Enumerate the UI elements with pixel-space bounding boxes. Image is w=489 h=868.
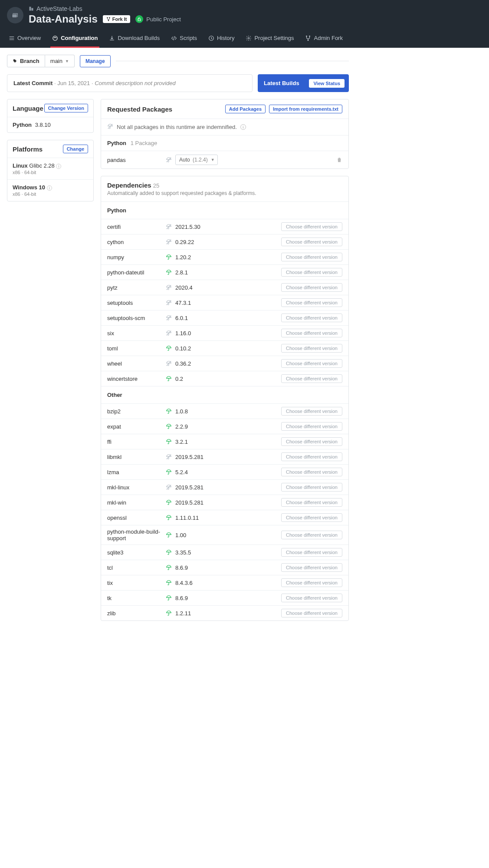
dependency-version: 2.8.1: [175, 269, 188, 276]
info-icon[interactable]: i: [56, 164, 61, 169]
version-selector[interactable]: Auto (1.2.4) ▼: [175, 155, 218, 165]
dependency-version: 6.0.1: [175, 315, 188, 321]
tab-settings[interactable]: Project Settings: [244, 30, 295, 48]
choose-version-button[interactable]: Choose different version: [281, 498, 342, 507]
choose-version-button[interactable]: Choose different version: [281, 359, 342, 368]
dependency-version: 1.16.0: [175, 330, 191, 337]
umbrella-off-icon: [166, 315, 175, 321]
tab-label: Project Settings: [254, 35, 294, 41]
choose-version-button[interactable]: Choose different version: [281, 268, 342, 277]
choose-version-button[interactable]: Choose different version: [281, 452, 342, 461]
delete-package-button[interactable]: [336, 157, 342, 163]
tab-history[interactable]: History: [207, 30, 236, 48]
choose-version-button[interactable]: Choose different version: [281, 314, 342, 322]
platform-name: Linux: [13, 162, 28, 169]
dependency-version: 1.20.2: [175, 254, 191, 261]
info-icon[interactable]: i: [240, 124, 246, 130]
dependency-version: 8.4.3.6: [175, 580, 193, 586]
choose-version-button[interactable]: Choose different version: [281, 344, 342, 353]
dependency-version: 0.36.2: [175, 360, 191, 367]
info-icon[interactable]: i: [47, 185, 52, 191]
dependency-name: expat: [107, 423, 166, 430]
choose-version-button[interactable]: Choose different version: [281, 578, 342, 587]
choose-version-button[interactable]: Choose different version: [281, 253, 342, 261]
tab-label: Overview: [17, 35, 41, 41]
org-icon: [29, 6, 34, 11]
chevron-down-icon: ▼: [65, 59, 69, 63]
choose-version-button[interactable]: Choose different version: [281, 422, 342, 431]
tab-admin[interactable]: Admin Fork: [303, 30, 344, 48]
import-requirements-button[interactable]: Import from requirements.txt: [269, 105, 342, 113]
choose-version-button[interactable]: Choose different version: [281, 468, 342, 476]
manage-branch-button[interactable]: Manage: [80, 55, 111, 67]
dependency-row: python-module-build-support1.00Choose di…: [101, 525, 348, 545]
choose-version-button[interactable]: Choose different version: [281, 238, 342, 246]
dependency-version: 2020.4: [175, 284, 193, 291]
dependency-version: 1.0.8: [175, 408, 188, 415]
umbrella-icon: [166, 610, 175, 616]
platform-row: Windows 10 ix86 · 64-bit: [7, 179, 93, 201]
branch-selector[interactable]: main ▼: [45, 55, 75, 67]
choose-version-button[interactable]: Choose different version: [281, 609, 342, 617]
dependency-name: zlib: [107, 610, 166, 617]
tab-download[interactable]: Download Builds: [107, 30, 161, 48]
dependency-row: expat2.2.9Choose different version: [101, 419, 348, 434]
dependency-row: lzma5.2.4Choose different version: [101, 464, 348, 479]
choose-version-button[interactable]: Choose different version: [281, 548, 342, 557]
add-packages-button[interactable]: Add Packages: [225, 105, 266, 113]
requested-packages-panel: Requested Packages Add Packages Import f…: [101, 99, 349, 169]
latest-builds-box: Latest Builds View Status: [258, 74, 349, 92]
dependency-name: mkl-win: [107, 499, 166, 506]
dependency-version: 2019.5.281: [175, 454, 203, 460]
choose-version-button[interactable]: Choose different version: [281, 531, 342, 539]
fork-icon: [106, 17, 111, 21]
change-platforms-button[interactable]: Change: [63, 145, 88, 153]
branch-label: Branch: [7, 55, 45, 67]
svg-point-6: [107, 17, 108, 18]
svg-point-13: [309, 35, 311, 36]
dependency-name: wincertstore: [107, 376, 166, 382]
choose-version-button[interactable]: Choose different version: [281, 594, 342, 602]
requested-group-title: Python: [107, 140, 126, 146]
umbrella-off-icon: [166, 300, 175, 306]
dependency-version: 2019.5.281: [175, 484, 203, 491]
tab-scripts[interactable]: Scripts: [169, 30, 199, 48]
dependency-name: six: [107, 330, 166, 337]
choose-version-button[interactable]: Choose different version: [281, 283, 342, 292]
fork-button[interactable]: Fork It: [103, 15, 131, 23]
choose-version-button[interactable]: Choose different version: [281, 437, 342, 446]
dependency-row: tcl8.6.9Choose different version: [101, 560, 348, 575]
dependency-version: 3.2.1: [175, 439, 188, 445]
dependencies-panel: Dependencies25 Automatically added to su…: [101, 176, 349, 621]
tab-overview[interactable]: Overview: [7, 30, 43, 48]
tab-label: Download Builds: [118, 35, 160, 41]
choose-version-button[interactable]: Choose different version: [281, 374, 342, 383]
choose-version-button[interactable]: Choose different version: [281, 407, 342, 416]
org-name[interactable]: ActiveState-Labs: [29, 5, 181, 12]
dependency-name: cython: [107, 239, 166, 245]
choose-version-button[interactable]: Choose different version: [281, 329, 342, 337]
svg-point-7: [109, 17, 110, 18]
choose-version-button[interactable]: Choose different version: [281, 483, 342, 492]
dependency-name: sqlite3: [107, 549, 166, 556]
admin-icon: [305, 35, 311, 41]
dependency-name: python-module-build-support: [107, 528, 166, 541]
dependency-row: certifi2021.5.30Choose different version: [101, 219, 348, 234]
dependency-row: pytz2020.4Choose different version: [101, 280, 348, 295]
choose-version-button[interactable]: Choose different version: [281, 298, 342, 307]
dependency-name: setuptools-scm: [107, 315, 166, 321]
view-status-button[interactable]: View Status: [309, 79, 345, 88]
choose-version-button[interactable]: Choose different version: [281, 563, 342, 572]
choose-version-button[interactable]: Choose different version: [281, 222, 342, 231]
dependency-row: setuptools47.3.1Choose different version: [101, 295, 348, 310]
tab-configuration[interactable]: Configuration: [50, 30, 99, 48]
dependency-name: numpy: [107, 254, 166, 261]
dependency-name: tix: [107, 580, 166, 586]
choose-version-button[interactable]: Choose different version: [281, 513, 342, 522]
change-version-button[interactable]: Change Version: [44, 104, 88, 112]
dependency-row: setuptools-scm6.0.1Choose different vers…: [101, 310, 348, 325]
latest-commit-box: Latest Commit · Jun 15, 2021 · Commit de…: [7, 74, 253, 92]
dependency-version: 5.2.4: [175, 469, 188, 475]
umbrella-icon: [166, 532, 175, 538]
umbrella-icon: [166, 408, 175, 414]
